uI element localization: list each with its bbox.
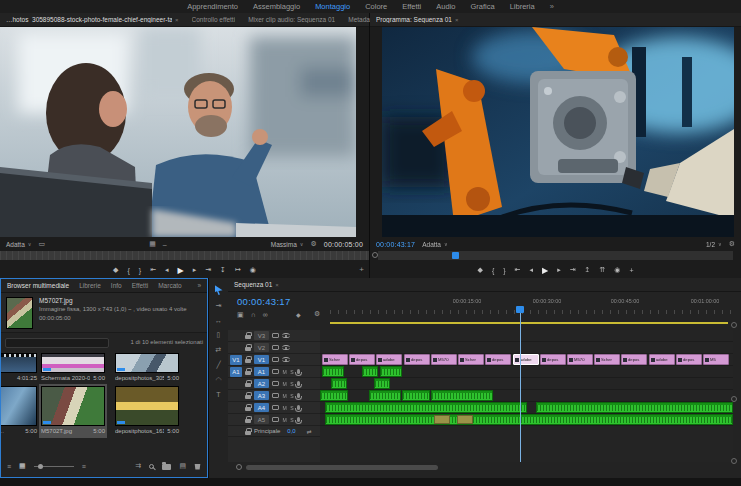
video-clip-11[interactable]: depos xyxy=(621,354,647,365)
audio-clip-10[interactable] xyxy=(536,402,733,413)
project-tab-effetti[interactable]: Effetti xyxy=(132,282,149,289)
linked-selection-icon[interactable]: ∞ xyxy=(263,311,268,319)
track-header-v2[interactable]: V2 xyxy=(228,342,320,354)
thumbnail-zoom-slider[interactable] xyxy=(34,466,74,467)
lock-icon[interactable] xyxy=(245,335,251,339)
track-target-a5[interactable]: A5 xyxy=(254,415,269,424)
program-scrub-knob[interactable] xyxy=(372,252,378,258)
search-input[interactable] xyxy=(5,338,109,348)
close-icon[interactable]: × xyxy=(275,282,279,288)
workspace-tab-apprendimento[interactable]: Apprendimento xyxy=(187,2,238,11)
video-clip-13[interactable]: depos xyxy=(676,354,702,365)
track-header-v3[interactable]: V3 xyxy=(228,330,320,342)
solo-button[interactable]: S xyxy=(290,369,293,374)
mute-button[interactable]: M xyxy=(282,417,286,422)
video-clip-14[interactable]: M5 xyxy=(703,354,729,365)
track-output-eye-icon[interactable] xyxy=(282,333,290,338)
video-clip-9[interactable]: M570 xyxy=(567,354,593,365)
timeline-playhead-head[interactable] xyxy=(516,306,524,313)
sort-button[interactable]: ≡ xyxy=(82,463,86,470)
source-tab-0[interactable]: …hotos_305895088-stock-photo-female-chie… xyxy=(6,16,179,23)
track-target-v3[interactable]: V3 xyxy=(254,331,269,340)
overwrite-button[interactable]: ↦ xyxy=(235,266,241,274)
audio-clip-6[interactable] xyxy=(369,390,401,401)
voiceover-mic-icon[interactable] xyxy=(297,381,300,386)
source-patch-a3[interactable] xyxy=(230,391,242,401)
audio-clip-1[interactable] xyxy=(362,366,378,377)
lock-icon[interactable] xyxy=(245,347,251,351)
mute-button[interactable]: M xyxy=(282,369,286,374)
project-item-Schermata 2020-09-10 a…[interactable]: Schermata 2020-09-10 a…5:00 xyxy=(41,353,105,383)
insert-button[interactable]: ↧ xyxy=(220,266,226,274)
track-target-v1[interactable]: V1 xyxy=(254,355,269,364)
sync-lock-icon[interactable] xyxy=(272,381,279,386)
source-zoom-select[interactable]: Adatta ∨ xyxy=(6,241,31,248)
voiceover-mic-icon[interactable] xyxy=(297,393,300,398)
solo-button[interactable]: S xyxy=(290,417,293,422)
mark-out-button[interactable]: } xyxy=(139,267,141,274)
project-tab-librerie[interactable]: Librerie xyxy=(79,282,101,289)
source-patch-v1[interactable]: V1 xyxy=(230,355,242,365)
safe-margins-icon[interactable]: ▦ xyxy=(149,240,156,248)
close-icon[interactable]: × xyxy=(175,17,179,23)
marker-button[interactable]: ◆ xyxy=(113,266,118,274)
source-tab-2[interactable]: Mixer clip audio: Sequenza 01 xyxy=(248,16,335,23)
track-output-eye-icon[interactable] xyxy=(282,357,290,362)
source-scrubber[interactable] xyxy=(0,251,369,260)
export-frame-button[interactable]: ◉ xyxy=(250,266,256,274)
source-patch-v3[interactable] xyxy=(230,331,242,341)
horizontal-scroll-knob[interactable] xyxy=(236,464,242,470)
program-monitor-video[interactable] xyxy=(382,27,734,237)
track-header-a1[interactable]: A1A1MS xyxy=(228,366,320,378)
project-tabs-overflow[interactable]: » xyxy=(197,282,201,289)
solo-button[interactable]: S xyxy=(290,381,293,386)
workspace-tab-effetti[interactable]: Effetti xyxy=(402,2,421,11)
close-icon[interactable]: × xyxy=(455,17,459,23)
clip-thumbnail[interactable] xyxy=(41,353,105,373)
sync-lock-icon[interactable] xyxy=(272,333,279,338)
scrollbar-handle-bottom[interactable] xyxy=(731,458,737,464)
sync-lock-icon[interactable] xyxy=(272,369,279,374)
drag-media-icon[interactable]: ▭ xyxy=(38,240,45,248)
source-patch-v2[interactable] xyxy=(230,343,242,353)
lock-icon[interactable] xyxy=(245,359,251,363)
workspace-tab-libreria[interactable]: Libreria xyxy=(510,2,535,11)
workspace-tab-colore[interactable]: Colore xyxy=(365,2,387,11)
source-patch-a5[interactable] xyxy=(230,415,242,425)
preview-thumbnail[interactable] xyxy=(6,297,33,329)
horizontal-scrollbar[interactable] xyxy=(246,465,438,470)
timeline-settings-wrench-icon[interactable]: ⚙ xyxy=(314,310,320,318)
voiceover-mic-icon[interactable] xyxy=(297,417,300,422)
timeline-tracks-area[interactable]: ScherdeposadobedeposM570Scherdeposadobed… xyxy=(320,330,733,462)
video-clip-8[interactable]: depos xyxy=(540,354,566,365)
step-forward-button[interactable]: ▸ xyxy=(193,266,197,274)
audio-clip-7[interactable] xyxy=(402,390,430,401)
step-back-button[interactable]: ◂ xyxy=(165,266,169,274)
video-clip-3[interactable]: depos xyxy=(404,354,430,365)
selection-tool[interactable] xyxy=(215,285,223,295)
project-item-M5702T.jpg[interactable]: M5702T.jpg5:00 xyxy=(41,386,105,436)
icon-view-button[interactable]: ▦ xyxy=(19,462,26,470)
sync-lock-icon[interactable] xyxy=(272,405,279,410)
workspace-overflow-button[interactable]: » xyxy=(550,2,554,11)
audio-clip-2[interactable] xyxy=(380,366,402,377)
add-marker-button[interactable]: ◆ xyxy=(296,311,301,318)
track-target-a4[interactable]: A4 xyxy=(254,403,269,412)
go-to-in-button[interactable]: ⇤ xyxy=(150,266,156,274)
clip-thumbnail[interactable] xyxy=(115,353,179,373)
mark-in-button[interactable]: { xyxy=(127,267,129,274)
play-button[interactable]: ▶ xyxy=(542,266,548,275)
voiceover-mic-icon[interactable] xyxy=(297,405,300,410)
video-clip-4[interactable]: M570 xyxy=(431,354,457,365)
audio-clip-3[interactable] xyxy=(331,378,347,389)
video-clip-1[interactable]: depos xyxy=(349,354,375,365)
type-tool[interactable]: T xyxy=(216,391,220,398)
sync-lock-icon[interactable] xyxy=(272,393,279,398)
video-clip-0[interactable]: Scher xyxy=(322,354,348,365)
program-scrubber[interactable] xyxy=(378,251,733,260)
go-to-out-button[interactable]: ⇥ xyxy=(205,266,211,274)
time-ruler[interactable]: 00:00:15:0000:00:30:0000:00:45:0000:01:0… xyxy=(330,292,733,314)
source-patch-a2[interactable] xyxy=(230,379,242,389)
track-header-a3[interactable]: A3MS xyxy=(228,390,320,402)
project-item-clip-0[interactable]: 4:01:25 xyxy=(1,353,37,383)
